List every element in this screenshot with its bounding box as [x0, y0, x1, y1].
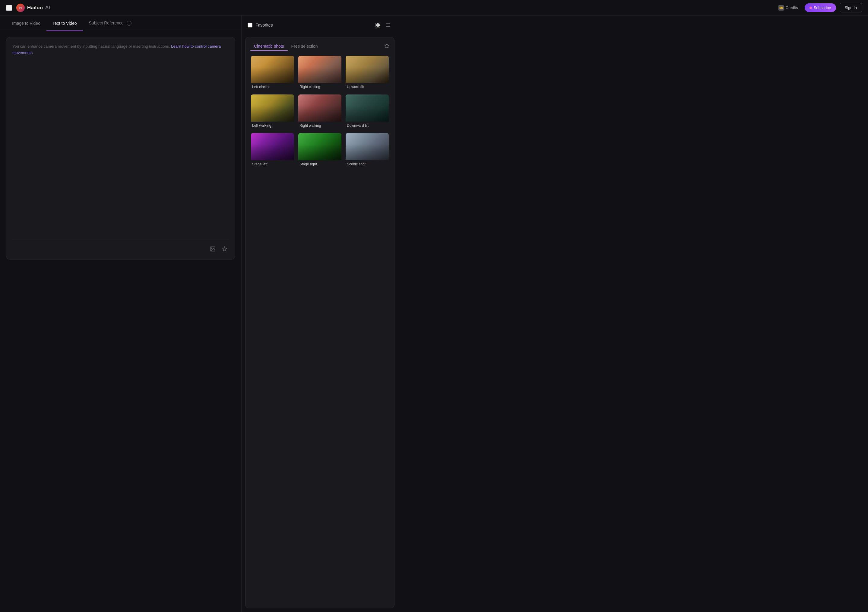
shot-item-left-circling[interactable]: Left circling: [250, 55, 294, 91]
info-icon: i: [127, 21, 132, 26]
thumb-decoration: [346, 95, 389, 122]
shot-item-stage-right[interactable]: Stage right: [298, 132, 342, 168]
view-toggle: [374, 21, 392, 29]
shot-thumb-right-walking: [298, 95, 341, 122]
logo: H Hailuo AI: [16, 4, 50, 12]
credits-button[interactable]: 🎫 Credits: [775, 3, 801, 12]
thumb-decoration: [251, 133, 294, 160]
prompt-hint: You can enhance camera movement by input…: [12, 43, 229, 56]
header: H Hailuo AI 🎫 Credits Subscribe Sign In: [0, 0, 868, 16]
thumb-decoration: [298, 95, 341, 122]
shot-item-scenic-shot[interactable]: Scenic shot: [345, 132, 389, 168]
tab-bar: Image to Video Text to Video Subject Ref…: [0, 16, 241, 31]
shot-thumb-upward-tilt: [346, 56, 389, 83]
svg-rect-4: [376, 26, 377, 27]
shot-label-right-circling: Right circling: [298, 83, 341, 90]
cinematic-panel: Cinematic shots Free selection Left circ…: [245, 37, 394, 608]
prompt-input[interactable]: [12, 56, 229, 237]
shot-item-left-walking[interactable]: Left walking: [250, 94, 294, 129]
subscribe-label: Subscribe: [814, 5, 831, 10]
shot-thumb-scenic-shot: [346, 133, 389, 160]
favorites-header: Favorites: [242, 16, 398, 34]
shot-thumb-stage-left: [251, 133, 294, 160]
svg-point-1: [211, 248, 212, 249]
tab-image-to-video[interactable]: Image to Video: [6, 16, 46, 31]
header-right: 🎫 Credits Subscribe Sign In: [775, 3, 862, 12]
credits-icon: 🎫: [778, 5, 784, 11]
shot-item-stage-left[interactable]: Stage left: [250, 132, 294, 168]
thumb-decoration: [346, 133, 389, 160]
image-upload-button[interactable]: [208, 245, 217, 253]
shot-item-upward-tilt[interactable]: Upward tilt: [345, 55, 389, 91]
svg-rect-3: [378, 23, 380, 25]
header-left: H Hailuo AI: [6, 4, 50, 12]
shot-thumb-downward-tilt: [346, 95, 389, 122]
right-panel: Favorites: [241, 16, 398, 612]
favorites-label: Favorites: [256, 23, 273, 28]
shot-label-left-circling: Left circling: [251, 83, 294, 90]
thumb-decoration: [298, 133, 341, 160]
subscribe-button[interactable]: Subscribe: [804, 3, 836, 12]
tab-free-selection[interactable]: Free selection: [288, 42, 321, 51]
subscribe-dot: [809, 7, 812, 9]
logo-name: Hailuo: [27, 5, 43, 11]
textarea-section: You can enhance camera movement by input…: [0, 31, 241, 612]
logo-ai: AI: [45, 5, 50, 11]
shot-label-scenic-shot: Scenic shot: [346, 160, 389, 168]
favorites-checkbox[interactable]: [248, 23, 253, 28]
thumb-decoration: [298, 56, 341, 83]
left-panel: Image to Video Text to Video Subject Ref…: [0, 16, 241, 612]
cinematic-tabs: Cinematic shots Free selection: [250, 42, 389, 51]
logo-icon: H: [16, 4, 25, 12]
shot-thumb-left-walking: [251, 95, 294, 122]
favorite-star-button[interactable]: [384, 43, 389, 50]
shot-item-right-walking[interactable]: Right walking: [298, 94, 342, 129]
list-view-button[interactable]: [384, 21, 392, 29]
shot-item-right-circling[interactable]: Right circling: [298, 55, 342, 91]
menu-button[interactable]: [6, 5, 12, 11]
shot-label-downward-tilt: Downward tilt: [346, 122, 389, 129]
cinematic-tab-group: Cinematic shots Free selection: [250, 42, 321, 51]
svg-marker-9: [385, 44, 389, 48]
prompt-toolbar: [12, 241, 229, 253]
signin-button[interactable]: Sign In: [840, 3, 862, 12]
shot-label-right-walking: Right walking: [298, 122, 341, 129]
shot-label-left-walking: Left walking: [251, 122, 294, 129]
shot-item-downward-tilt[interactable]: Downward tilt: [345, 94, 389, 129]
prompt-box: You can enhance camera movement by input…: [6, 37, 235, 259]
tab-subject-reference[interactable]: Subject Reference i: [83, 16, 138, 31]
grid-view-button[interactable]: [374, 21, 382, 29]
tab-cinematic-shots[interactable]: Cinematic shots: [250, 42, 288, 51]
main-layout: Image to Video Text to Video Subject Ref…: [0, 16, 868, 612]
shot-thumb-left-circling: [251, 56, 294, 83]
svg-rect-2: [376, 23, 377, 25]
svg-rect-5: [378, 26, 380, 27]
shot-thumb-right-circling: [298, 56, 341, 83]
tab-text-to-video[interactable]: Text to Video: [46, 16, 83, 31]
thumb-decoration: [251, 95, 294, 122]
thumb-decoration: [346, 56, 389, 83]
shot-grid: Left circlingRight circlingUpward tiltLe…: [250, 55, 389, 168]
shot-thumb-stage-right: [298, 133, 341, 160]
enhance-button[interactable]: [220, 245, 229, 253]
shot-label-stage-right: Stage right: [298, 160, 341, 168]
credits-label: Credits: [786, 5, 798, 10]
shot-label-upward-tilt: Upward tilt: [346, 83, 389, 90]
thumb-decoration: [251, 56, 294, 83]
shot-label-stage-left: Stage left: [251, 160, 294, 168]
